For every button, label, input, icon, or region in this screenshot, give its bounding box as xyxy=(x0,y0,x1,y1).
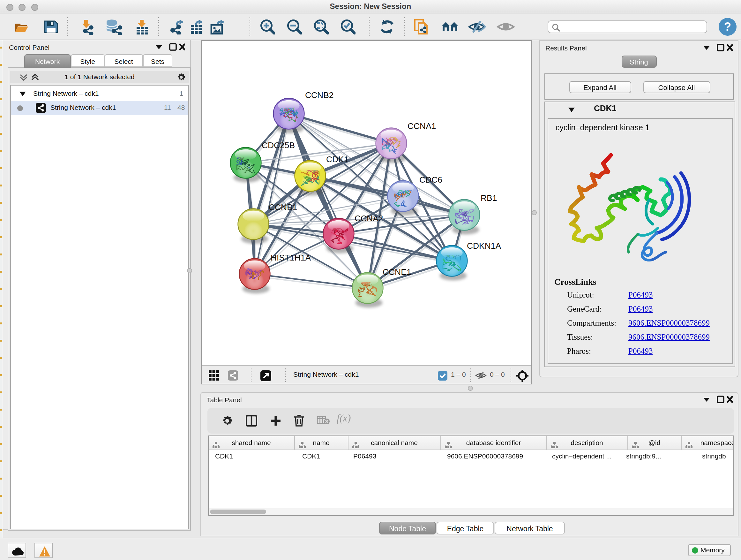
svg-text:RB1: RB1 xyxy=(480,193,496,203)
svg-text:CDC6: CDC6 xyxy=(419,175,442,185)
svg-text:CCNE1: CCNE1 xyxy=(382,267,411,277)
svg-text:CCNB1: CCNB1 xyxy=(268,202,297,212)
svg-text:CCNA1: CCNA1 xyxy=(407,121,435,131)
svg-text:CDKN1A: CDKN1A xyxy=(467,241,501,251)
svg-text:CDK1: CDK1 xyxy=(326,154,348,164)
svg-text:CCNA2: CCNA2 xyxy=(354,213,383,223)
svg-text:CCNB2: CCNB2 xyxy=(305,90,333,100)
svg-text:CDC25B: CDC25B xyxy=(261,140,294,150)
svg-text:HIST1H1A: HIST1H1A xyxy=(270,253,311,262)
